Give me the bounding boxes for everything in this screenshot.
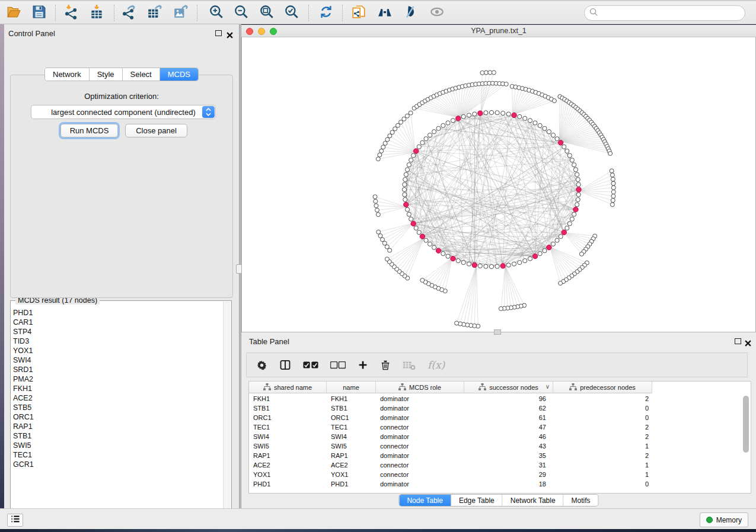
graph-node[interactable] <box>538 251 542 255</box>
graph-node[interactable] <box>374 204 378 208</box>
column-header-MCDS-role[interactable]: MCDS role <box>376 382 464 393</box>
search-box[interactable] <box>584 5 745 21</box>
graph-node[interactable] <box>489 264 493 268</box>
graph-node[interactable] <box>576 182 580 187</box>
graph-node[interactable] <box>518 261 522 265</box>
table-row[interactable]: ORC1ORC1dominator610 <box>249 413 652 422</box>
graph-node[interactable] <box>570 217 574 221</box>
status-menu-button[interactable] <box>7 514 23 527</box>
graph-node[interactable] <box>565 149 569 153</box>
graph-node[interactable] <box>488 70 492 75</box>
graph-node[interactable] <box>420 278 425 283</box>
graph-node[interactable] <box>576 193 580 197</box>
graph-node[interactable] <box>399 120 403 124</box>
graph-node[interactable] <box>495 111 499 115</box>
graph-node[interactable] <box>446 254 450 258</box>
graph-node[interactable] <box>407 212 411 216</box>
graph-dominator-node[interactable] <box>472 262 477 267</box>
graph-node[interactable] <box>376 157 380 161</box>
mcds-result-item[interactable]: STB1 <box>13 431 222 441</box>
tab-motifs[interactable]: Motifs <box>564 495 598 506</box>
mcds-result-item[interactable]: STP4 <box>13 327 222 336</box>
graph-node[interactable] <box>610 203 614 207</box>
graph-node[interactable] <box>417 145 421 149</box>
graph-dominator-node[interactable] <box>411 221 416 226</box>
criterion-select[interactable]: largest connected component (undirected) <box>31 105 216 119</box>
tab-mcds[interactable]: MCDS <box>160 68 198 81</box>
memory-button[interactable]: Memory <box>700 512 748 527</box>
graph-node[interactable] <box>432 245 436 249</box>
graph-node[interactable] <box>608 152 613 156</box>
graph-node[interactable] <box>559 281 563 286</box>
graph-node[interactable] <box>552 99 556 103</box>
tab-select[interactable]: Select <box>123 68 160 81</box>
network-window-titlebar[interactable]: YPA_prune.txt_1 <box>241 25 756 37</box>
graph-dominator-node[interactable] <box>413 149 418 153</box>
mcds-result-scrollbar[interactable] <box>223 302 231 521</box>
graph-node[interactable] <box>383 141 387 145</box>
graph-node[interactable] <box>575 203 579 207</box>
mcds-result-item[interactable]: RAP1 <box>13 422 222 431</box>
graph-node[interactable] <box>611 181 615 185</box>
graph-node[interactable] <box>409 158 413 162</box>
graph-dominator-node[interactable] <box>420 234 425 239</box>
run-mcds-button[interactable]: Run MCDS <box>60 124 118 137</box>
select-all-button[interactable] <box>303 361 318 369</box>
graph-node[interactable] <box>562 145 566 149</box>
mcds-result-item[interactable]: SRD1 <box>13 365 222 374</box>
graph-dominator-node[interactable] <box>547 245 551 250</box>
graph-dominator-node[interactable] <box>576 187 581 192</box>
mcds-result-item[interactable]: TEC1 <box>13 450 222 460</box>
graph-node[interactable] <box>489 110 493 114</box>
export-table-button[interactable] <box>146 4 164 22</box>
graph-node[interactable] <box>467 262 471 266</box>
graph-node[interactable] <box>484 70 488 75</box>
graph-node[interactable] <box>380 238 384 242</box>
graph-node[interactable] <box>405 207 409 211</box>
graph-node[interactable] <box>512 262 516 266</box>
graph-node[interactable] <box>402 117 406 121</box>
export-network-button[interactable] <box>120 4 138 22</box>
graph-node[interactable] <box>424 137 428 141</box>
graph-node[interactable] <box>436 126 441 130</box>
graph-node[interactable] <box>555 238 559 242</box>
graph-node[interactable] <box>610 173 614 177</box>
graph-node[interactable] <box>374 199 378 203</box>
graph-node[interactable] <box>611 190 615 194</box>
float-panel-icon[interactable] <box>215 30 222 36</box>
table-settings-button[interactable] <box>256 360 267 371</box>
mcds-result-item[interactable]: SWI5 <box>13 441 222 450</box>
graph-node[interactable] <box>461 261 465 265</box>
add-column-button[interactable] <box>358 360 368 370</box>
search-networks-button[interactable] <box>376 4 394 22</box>
graph-node[interactable] <box>528 257 532 261</box>
graph-node[interactable] <box>378 153 382 157</box>
graph-node[interactable] <box>576 177 580 181</box>
sort-descending-icon[interactable]: ∨ <box>546 383 550 390</box>
column-header-name[interactable]: name <box>327 382 376 393</box>
graph-node[interactable] <box>499 307 503 311</box>
mcds-result-item[interactable]: GCR1 <box>13 460 222 469</box>
import-network-button[interactable] <box>62 4 79 22</box>
table-row[interactable]: FKH1FKH1dominator962 <box>249 394 652 403</box>
graph-node[interactable] <box>404 172 408 177</box>
close-panel-icon[interactable] <box>227 30 233 41</box>
graph-node[interactable] <box>402 187 406 191</box>
graph-node[interactable] <box>506 112 511 116</box>
graph-node[interactable] <box>403 182 407 187</box>
mcds-result-item[interactable]: YOX1 <box>13 346 222 355</box>
graph-node[interactable] <box>565 226 569 230</box>
graph-node[interactable] <box>456 259 460 263</box>
graph-node[interactable] <box>533 121 537 125</box>
graph-node[interactable] <box>403 193 407 197</box>
graph-node[interactable] <box>420 140 425 145</box>
zoom-out-button[interactable] <box>232 4 250 22</box>
graph-node[interactable] <box>379 149 384 153</box>
graph-node[interactable] <box>403 177 407 181</box>
graph-node[interactable] <box>373 195 377 199</box>
graph-node[interactable] <box>575 172 579 177</box>
graph-node[interactable] <box>409 111 413 115</box>
graph-node[interactable] <box>523 116 527 120</box>
graph-node[interactable] <box>572 163 576 167</box>
mcds-result-item[interactable]: CAR1 <box>13 318 222 327</box>
